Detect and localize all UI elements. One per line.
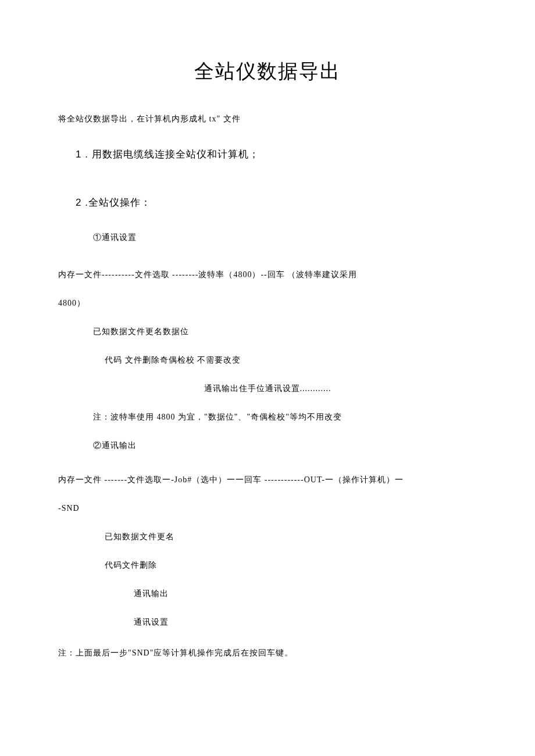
item-2-line-4: 代码文件删除: [105, 551, 477, 579]
document-title: 全站仪数据导出: [58, 58, 477, 85]
item-1-note: 注：波特率使用 4800 为宜，"数据位"、"奇偶检校"等均不用改变: [93, 403, 477, 431]
item-2-line-3: 已知数据文件更名: [105, 522, 477, 551]
item-2-line-1: 内存一文件 -------文件选取一-Job#（选中）一一回车 --------…: [58, 465, 477, 494]
item-1-line-1: 内存一文件----------文件选取 --------波特率（4800）--回…: [58, 260, 477, 289]
item-1-label: ①通讯设置: [93, 232, 477, 243]
item-2-label: ②通讯输出: [93, 431, 477, 460]
item-1-line-3: 已知数据文件更名数据位: [93, 317, 477, 346]
section-2-heading: 2 .全站仪操作：: [76, 196, 477, 209]
item-1-line-5: 通讯输出住手位通讯设置............: [58, 374, 477, 403]
item-2-line-6: 通讯设置: [134, 608, 477, 636]
item-2-line-5: 通讯输出: [134, 579, 477, 608]
intro-text: 将全站仪数据导出，在计算机内形成札 tx" 文件: [58, 114, 477, 124]
section-1-heading: 1 . 用数据电缆线连接全站仪和计算机；: [76, 148, 477, 161]
item-1-line-4: 代码 文件删除奇偶检校 不需要改变: [105, 346, 477, 374]
item-1-line-2: 4800）: [58, 289, 477, 317]
footnote: 注：上面最后一步"SND"应等计算机操作完成后在按回车键。: [58, 648, 477, 658]
item-2-line-2: -SND: [58, 494, 477, 522]
